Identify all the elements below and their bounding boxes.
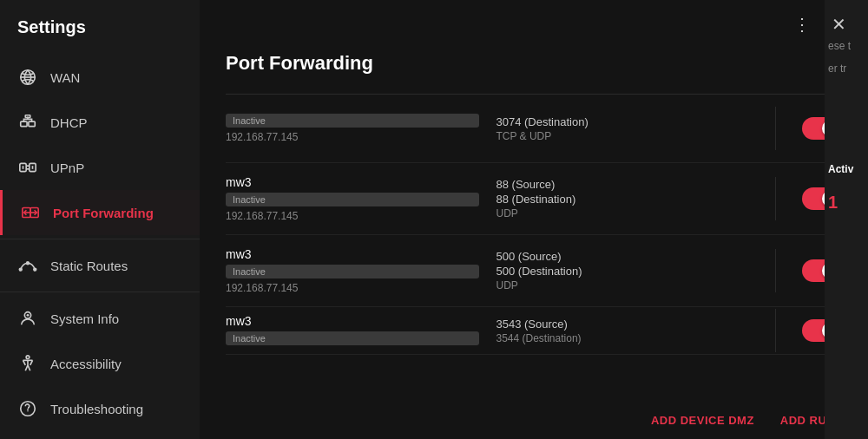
rule-mid-2: 88 (Source) 88 (Destination) UDP — [496, 178, 750, 220]
rule-divider — [775, 249, 776, 292]
partial-text-2: er tr — [825, 57, 850, 80]
svg-rect-3 — [29, 121, 35, 127]
wan-icon — [17, 67, 38, 88]
rule-port: 3074 (Destination) — [496, 115, 750, 128]
active-label: Activ — [825, 158, 857, 180]
svg-point-14 — [19, 268, 22, 271]
svg-point-16 — [27, 262, 30, 265]
static-routes-icon — [17, 255, 38, 276]
rule-ip: 192.168.77.145 — [226, 210, 479, 222]
table-row: mw3 Inactive 192.168.77.145 500 (Source)… — [226, 235, 842, 307]
rule-divider — [775, 177, 776, 220]
rule-left-2: mw3 Inactive 192.168.77.145 — [226, 175, 479, 222]
main-content: ⋮ ✕ Port Forwarding Inactive 192.168.77.… — [200, 0, 868, 439]
rule-name: mw3 — [226, 314, 479, 328]
svg-rect-2 — [21, 121, 27, 127]
troubleshooting-icon — [17, 398, 38, 419]
content-area: Port Forwarding Inactive 192.168.77.145 … — [200, 0, 868, 439]
rule-name: mw3 — [226, 175, 479, 189]
sidebar-item-label-static-routes: Static Routes — [50, 259, 128, 273]
rule-mid-1: 3074 (Destination) TCP & UDP — [496, 115, 750, 142]
table-row: mw3 Inactive 192.168.77.145 88 (Source) … — [226, 163, 842, 235]
rule-ip: 192.168.77.145 — [226, 282, 479, 294]
rule-port-source: 88 (Source) — [496, 178, 750, 191]
rule-mid-3: 500 (Source) 500 (Destination) UDP — [496, 250, 750, 292]
svg-point-18 — [27, 314, 30, 317]
sidebar-divider-2 — [0, 292, 200, 292]
rule-left-1: Inactive 192.168.77.145 — [226, 114, 479, 143]
rule-port-dest: 88 (Destination) — [496, 193, 750, 206]
more-options-icon[interactable]: ⋮ — [790, 12, 814, 36]
rule-protocol: UDP — [496, 207, 750, 220]
rule-protocol: UDP — [496, 279, 750, 292]
svg-rect-5 — [25, 115, 30, 118]
right-panel: ese t er tr Activ 1 — [825, 0, 868, 439]
header: ⋮ ✕ — [773, 0, 868, 49]
rule-mid-4: 3543 (Source) 3544 (Destination) — [496, 318, 750, 344]
rule-port-dest: 3544 (Destination) — [496, 332, 750, 344]
sidebar-item-system-info[interactable]: System Info — [0, 296, 200, 341]
svg-point-15 — [34, 268, 36, 271]
rule-name: mw3 — [226, 247, 479, 261]
sidebar-item-troubleshooting[interactable]: Troubleshooting — [0, 386, 200, 431]
status-badge: Inactive — [226, 114, 479, 128]
sidebar-item-label-system-info: System Info — [50, 311, 119, 326]
rule-ip: 192.168.77.145 — [226, 131, 479, 143]
rule-port-dest: 500 (Destination) — [496, 265, 750, 278]
dhcp-icon — [17, 112, 38, 133]
rule-divider — [775, 107, 776, 150]
rule-port-source: 500 (Source) — [496, 250, 750, 263]
rule-divider — [775, 309, 776, 352]
status-badge: Inactive — [226, 265, 479, 278]
table-row: Inactive 192.168.77.145 3074 (Destinatio… — [226, 95, 842, 163]
sidebar-item-label-dhcp: DHCP — [50, 115, 88, 130]
sidebar-item-label-upnp: UPnP — [50, 161, 84, 175]
sidebar-item-accessibility[interactable]: Accessibility — [0, 341, 200, 386]
status-badge: Inactive — [226, 331, 479, 345]
svg-point-19 — [26, 356, 30, 359]
sidebar-item-label-port-forwarding: Port Forwarding — [53, 206, 154, 220]
page-number: 1 — [825, 189, 841, 216]
accessibility-icon — [17, 353, 38, 374]
table-row: mw3 Inactive 3543 (Source) 3544 (Destina… — [226, 307, 842, 355]
page-title: Port Forwarding — [226, 52, 842, 75]
sidebar-item-label-accessibility: Accessibility — [50, 357, 122, 371]
sidebar-item-label-troubleshooting: Troubleshooting — [50, 402, 143, 416]
system-info-icon — [17, 308, 38, 329]
sidebar: Settings WAN DHCP — [0, 0, 200, 439]
upnp-icon — [17, 157, 38, 178]
footer-bar: ADD DEVICE DMZ ADD RULE — [200, 402, 868, 439]
rule-left-4: mw3 Inactive — [226, 314, 479, 347]
rule-protocol: TCP & UDP — [496, 130, 750, 142]
sidebar-item-label-wan: WAN — [50, 70, 80, 85]
sidebar-item-wan[interactable]: WAN — [0, 55, 200, 100]
rule-port-source: 3543 (Source) — [496, 318, 750, 331]
sidebar-divider-1 — [0, 239, 200, 239]
sidebar-item-port-forwarding[interactable]: Port Forwarding — [0, 190, 200, 235]
rule-left-3: mw3 Inactive 192.168.77.145 — [226, 247, 479, 294]
sidebar-item-upnp[interactable]: UPnP — [0, 145, 200, 190]
sidebar-item-static-routes[interactable]: Static Routes — [0, 243, 200, 288]
sidebar-item-dhcp[interactable]: DHCP — [0, 100, 200, 145]
port-forwarding-icon — [20, 202, 41, 223]
app-title: Settings — [0, 9, 200, 55]
close-icon[interactable]: ✕ — [826, 12, 851, 36]
svg-point-21 — [27, 410, 28, 411]
rule-list: Inactive 192.168.77.145 3074 (Destinatio… — [226, 94, 842, 355]
status-badge: Inactive — [226, 193, 479, 206]
add-device-dmz-button[interactable]: ADD DEVICE DMZ — [651, 414, 754, 427]
